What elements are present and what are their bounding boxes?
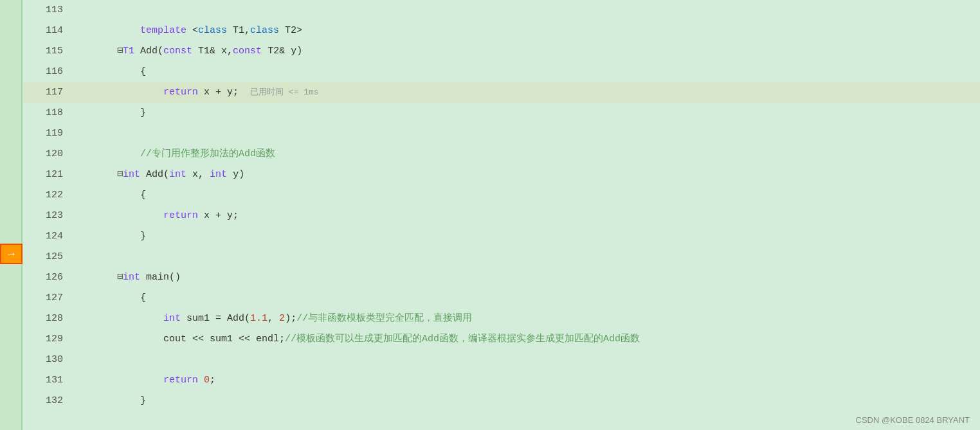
code-line-124: 124 } bbox=[23, 226, 980, 247]
code-line-132: 132 } bbox=[23, 391, 980, 411]
code-editor: 113 114 template <class T1,class T2> 115… bbox=[0, 0, 980, 430]
code-line-129: 129 cout << sum1 << endl;//模板函数可以生成更加匹配的… bbox=[23, 329, 980, 350]
editor-gutter bbox=[0, 0, 23, 430]
watermark: CSDN @KOBE 0824 BRYANT bbox=[856, 415, 970, 425]
code-line-118: 118 } bbox=[23, 103, 980, 123]
debug-arrow bbox=[0, 244, 23, 264]
